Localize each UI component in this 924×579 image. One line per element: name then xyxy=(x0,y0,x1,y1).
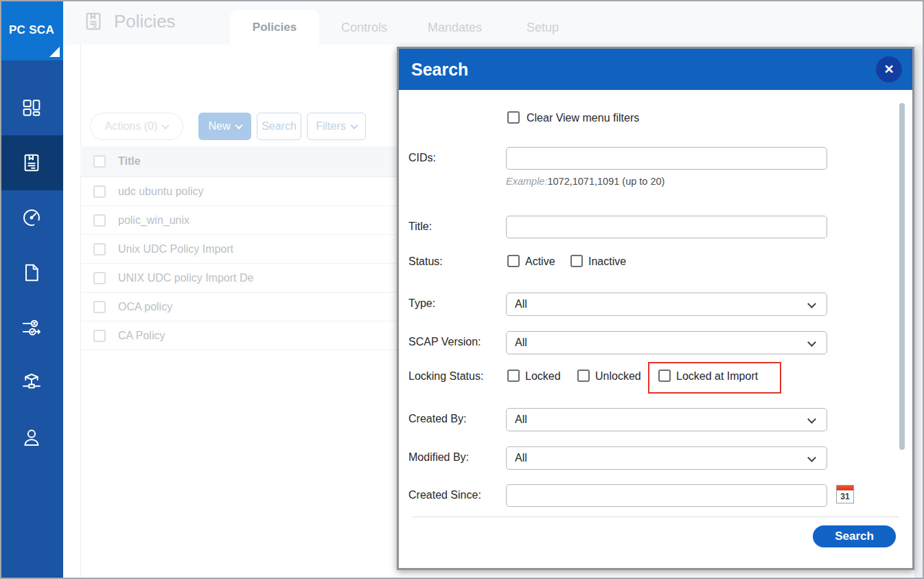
product-logo[interactable]: PC SCA xyxy=(0,0,63,60)
dashboard-icon xyxy=(21,97,43,119)
status-inactive-checkbox[interactable] xyxy=(570,255,583,267)
policy-title: OCA policy xyxy=(118,301,172,313)
cids-input[interactable] xyxy=(506,147,827,170)
modified-by-label: Modified By: xyxy=(408,451,469,464)
sidebar-nav xyxy=(0,80,63,465)
sidebar-item-assets[interactable] xyxy=(0,355,63,410)
sidebar-item-reports[interactable] xyxy=(0,245,63,300)
clear-view-filters-label: Clear View menu filters xyxy=(527,112,639,124)
row-checkbox[interactable] xyxy=(93,301,106,313)
scap-version-label: SCAP Version: xyxy=(408,336,481,348)
tab-controls[interactable]: Controls xyxy=(341,10,387,45)
select-all-checkbox[interactable] xyxy=(93,155,106,168)
unlocked-label: Unlocked xyxy=(595,370,641,383)
search-button-label: Search xyxy=(262,120,297,133)
page-header: Policies Policies Controls Mandates Setu… xyxy=(63,0,924,45)
close-icon: ✕ xyxy=(883,62,894,77)
calendar-icon-day: 31 xyxy=(837,490,853,503)
sidebar-item-users[interactable] xyxy=(0,410,63,465)
new-button-label: New xyxy=(208,120,230,133)
status-inactive-label: Inactive xyxy=(588,256,626,268)
example-prefix: Example: xyxy=(506,176,547,187)
example-text: 1072,1071,1091 (up to 20) xyxy=(547,176,665,187)
created-since-label: Created Since: xyxy=(408,489,481,501)
tab-setup[interactable]: Setup xyxy=(527,10,559,45)
created-since-input[interactable] xyxy=(506,484,827,507)
chevron-down-icon xyxy=(235,122,242,129)
chevron-down-icon xyxy=(162,122,170,129)
chevron-down-icon xyxy=(807,453,816,462)
close-button[interactable]: ✕ xyxy=(876,56,902,82)
row-checkbox[interactable] xyxy=(93,243,106,256)
calendar-icon[interactable]: 31 xyxy=(836,485,854,503)
modified-by-select[interactable]: All xyxy=(506,446,827,470)
row-checkbox[interactable] xyxy=(93,330,106,342)
scap-version-select[interactable]: All xyxy=(506,331,827,354)
policy-title: UNIX UDC policy Import De xyxy=(118,272,253,284)
type-select-value: All xyxy=(515,298,527,310)
actions-button-label: Actions (0) xyxy=(105,120,157,133)
chevron-down-icon xyxy=(807,338,816,347)
sidebar-item-posture[interactable] xyxy=(0,190,63,245)
locked-label: Locked xyxy=(525,370,561,383)
tab-policies[interactable]: Policies xyxy=(230,10,319,45)
type-select[interactable]: All xyxy=(506,293,827,316)
search-button[interactable]: Search xyxy=(257,113,301,140)
created-by-select-value: All xyxy=(515,413,527,426)
dialog-title: Search xyxy=(411,49,468,90)
policy-title: udc ubuntu policy xyxy=(118,185,204,198)
filters-button-label: Filters xyxy=(316,120,346,133)
tab-mandates[interactable]: Mandates xyxy=(428,10,482,45)
row-checkbox[interactable] xyxy=(93,185,106,198)
locked-checkbox[interactable] xyxy=(507,370,520,382)
chevron-down-icon xyxy=(807,299,816,308)
sidebar-item-exceptions[interactable] xyxy=(0,300,63,355)
scap-version-select-value: All xyxy=(515,337,527,349)
search-dialog: Search ✕ Clear View menu filters CIDs: E… xyxy=(397,47,914,570)
sidebar-item-policies[interactable] xyxy=(0,135,63,190)
status-active-label: Active xyxy=(525,256,555,268)
modified-by-select-value: All xyxy=(515,452,527,464)
cids-label: CIDs: xyxy=(408,152,436,164)
policies-doc-icon xyxy=(82,10,104,32)
created-by-label: Created By: xyxy=(408,413,466,425)
locked-at-import-label: Locked at Import xyxy=(676,370,758,383)
title-input[interactable] xyxy=(506,216,827,238)
gauge-icon xyxy=(21,207,43,229)
created-by-select[interactable]: All xyxy=(506,408,827,431)
row-checkbox[interactable] xyxy=(93,272,106,284)
dialog-search-button[interactable]: Search xyxy=(813,525,896,547)
brand-corner-triangle xyxy=(49,47,60,57)
column-header-title: Title xyxy=(118,155,141,168)
unlocked-checkbox[interactable] xyxy=(577,370,590,382)
dialog-scrollbar-thumb[interactable] xyxy=(899,103,905,450)
product-label: PC SCA xyxy=(9,23,54,37)
locked-at-import-checkbox[interactable] xyxy=(658,370,671,382)
policy-title: Unix UDC Policy Import xyxy=(118,243,233,256)
asset-cube-icon xyxy=(21,372,43,394)
exceptions-icon xyxy=(21,317,43,339)
chevron-down-icon xyxy=(807,415,816,424)
footer-divider xyxy=(413,516,899,517)
sidebar-item-dashboard[interactable] xyxy=(0,80,63,135)
sidebar: PC SCA xyxy=(0,0,63,579)
clear-view-filters-checkbox[interactable] xyxy=(507,111,520,124)
title-label: Title: xyxy=(408,220,432,233)
new-button[interactable]: New xyxy=(198,113,251,140)
dialog-body: Clear View menu filters CIDs: Example:10… xyxy=(399,90,912,568)
cids-example: Example:1072,1071,1091 (up to 20) xyxy=(506,176,665,187)
row-checkbox[interactable] xyxy=(93,214,106,227)
policy-title: CA Policy xyxy=(118,330,165,342)
policy-title: polic_win_unix xyxy=(118,214,189,227)
type-label: Type: xyxy=(408,297,435,310)
locking-status-label: Locking Status: xyxy=(408,370,483,383)
file-icon xyxy=(21,262,43,284)
calendar-icon-top xyxy=(837,486,853,490)
actions-button[interactable]: Actions (0) xyxy=(90,113,183,140)
user-icon xyxy=(21,427,43,449)
chevron-down-icon xyxy=(350,122,358,129)
filters-button[interactable]: Filters xyxy=(307,113,366,140)
status-active-checkbox[interactable] xyxy=(507,255,520,267)
page-title: Policies xyxy=(114,11,176,32)
dialog-header: Search ✕ xyxy=(399,49,912,90)
